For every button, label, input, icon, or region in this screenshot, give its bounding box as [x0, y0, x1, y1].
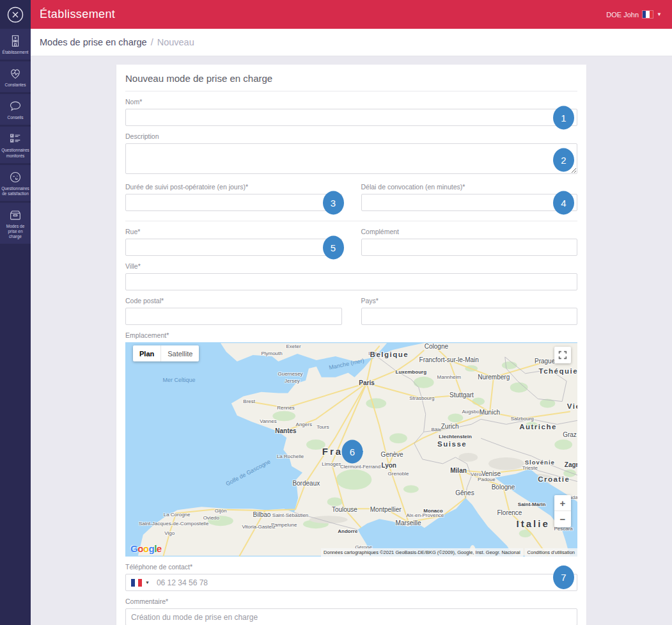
- map-label: Vannes: [260, 418, 277, 423]
- map-label: Autriche: [519, 423, 557, 431]
- close-button[interactable]: [0, 0, 31, 29]
- description-textarea[interactable]: [125, 143, 577, 174]
- drawer-icon: [8, 208, 22, 222]
- map-zoom-control: + −: [554, 495, 571, 527]
- map-label: Andorre: [338, 528, 357, 534]
- row-street: Rue* 5 Complément: [125, 228, 577, 256]
- building-icon: [8, 34, 22, 48]
- map-label: Oviedo: [203, 515, 219, 521]
- map-label: La Corogne: [164, 512, 191, 518]
- code-postal-label: Code postal*: [125, 297, 342, 305]
- map-label: Venise: [481, 470, 501, 477]
- sidebar-item-questionnaires-monitores[interactable]: Questionnaires monitorés: [0, 127, 31, 162]
- map-label: Suisse: [437, 440, 467, 448]
- map-label: Montpellier: [370, 505, 402, 512]
- map-plan-button[interactable]: Plan: [133, 345, 161, 361]
- map-label: Mannheim: [437, 374, 461, 379]
- map-label: Genève: [381, 450, 403, 457]
- map-label: Gijón: [215, 507, 227, 513]
- breadcrumb: Modes de prise en charge / Nouveau: [31, 29, 672, 56]
- ville-input[interactable]: [125, 273, 577, 290]
- nom-label: Nom*: [125, 98, 577, 106]
- map-label: Bâle: [431, 427, 441, 432]
- form-title: Nouveau mode de prise en charge: [125, 73, 577, 91]
- map-label: Bilbao: [253, 511, 271, 518]
- field-commentaire: Commentaire*: [125, 597, 577, 625]
- field-code-postal: Code postal*: [125, 297, 342, 325]
- form-card: Nouveau mode de prise en charge Nom* 1 D…: [116, 65, 586, 625]
- annotation-badge-5: 5: [323, 235, 344, 259]
- duree-input[interactable]: [125, 194, 342, 211]
- breadcrumb-section[interactable]: Modes de prise en charge: [40, 37, 147, 47]
- sidebar-item-label: Questionnaires de satisfaction: [1, 186, 29, 196]
- map-fullscreen-button[interactable]: [554, 347, 571, 363]
- map-label: Limoges: [322, 461, 341, 466]
- annotation-badge-1: 1: [553, 106, 574, 129]
- map-type-control: Plan Satellite: [133, 345, 199, 361]
- telephone-label: Téléphone de contact*: [125, 563, 577, 571]
- code-postal-input[interactable]: [125, 308, 342, 325]
- chevron-down-icon[interactable]: ▼: [145, 580, 150, 585]
- map-label: Guernesey: [277, 370, 302, 376]
- map[interactable]: ExeterPlymouthManche (mer)LilleBelgiqueC…: [125, 342, 577, 557]
- sidebar-item-questionnaires-satisfaction[interactable]: Questionnaires de satisfaction: [0, 165, 31, 201]
- sidebar-item-etablissement[interactable]: Établissement: [0, 29, 31, 59]
- sidebar-item-conseils[interactable]: Conseils: [0, 94, 31, 125]
- map-satellite-button[interactable]: Satellite: [161, 345, 199, 361]
- zoom-out-button[interactable]: −: [554, 511, 571, 527]
- zoom-in-button[interactable]: +: [554, 495, 571, 511]
- smiley-icon: [8, 170, 22, 184]
- map-label: Lyon: [381, 461, 396, 468]
- map-label: Cologne: [425, 343, 448, 350]
- map-label: Strasbourg: [409, 395, 434, 401]
- commentaire-input[interactable]: [125, 608, 577, 625]
- map-label: Pampelune: [271, 522, 297, 528]
- nom-input[interactable]: [125, 109, 577, 126]
- user-menu[interactable]: DOE John ▼: [606, 11, 662, 19]
- map-label: Belgique: [370, 351, 409, 358]
- map-label: Mer Celtique: [163, 377, 196, 383]
- page-title: Établissement: [40, 8, 115, 21]
- sidebar-item-constantes[interactable]: Constantes: [0, 61, 31, 92]
- sidebar-item-label: Modes de prise en charge: [1, 224, 29, 239]
- pays-input[interactable]: [361, 308, 578, 325]
- field-duree: Durée de suivi post-opératoire (en jours…: [125, 183, 342, 211]
- rue-label: Rue*: [125, 228, 342, 235]
- map-label: Exeter: [286, 344, 301, 349]
- map-attribution: Données cartographiques ©2021 GeoBasis-D…: [321, 548, 577, 557]
- row-postal: Code postal* Pays*: [125, 297, 577, 325]
- map-label: Munich: [480, 408, 500, 415]
- map-label: Stuttgart: [449, 392, 474, 399]
- map-label: Tchéquie: [538, 367, 577, 375]
- field-complement: Complément: [361, 228, 578, 256]
- french-flag-icon[interactable]: [131, 579, 142, 587]
- annotation-badge-4: 4: [553, 191, 574, 214]
- sidebar: Établissement Constantes Conseils Questi…: [0, 0, 31, 625]
- sidebar-item-modes-de-prise-en-charge[interactable]: Modes de prise en charge: [0, 203, 31, 244]
- fullscreen-icon: [558, 351, 567, 360]
- delai-input[interactable]: [361, 194, 578, 211]
- map-label: Aix-en-Provence: [406, 512, 444, 518]
- phone-input-box: ▼: [125, 574, 577, 591]
- map-label: Trieste: [522, 464, 538, 470]
- annotation-badge-7: 7: [553, 566, 574, 589]
- field-telephone: Téléphone de contact* ▼ 7: [125, 563, 577, 591]
- telephone-input[interactable]: [157, 578, 572, 587]
- annotation-badge-2: 2: [553, 148, 574, 172]
- map-label: La Rochelle: [277, 453, 304, 459]
- map-label: Padoue: [478, 477, 496, 482]
- french-flag-icon: [643, 11, 653, 18]
- complement-input[interactable]: [361, 239, 578, 256]
- topbar: Établissement DOE John ▼: [31, 0, 672, 29]
- rue-input[interactable]: [125, 239, 342, 256]
- speech-bubble-icon: [8, 99, 22, 113]
- map-label: Francfort-sur-le-Main: [419, 356, 479, 363]
- map-label: Clermont-Ferrand: [340, 463, 380, 469]
- annotation-badge-6: 6: [341, 439, 363, 463]
- terms-link[interactable]: Conditions d'utilisation: [525, 548, 577, 557]
- divider: [125, 221, 577, 221]
- map-label: Vigo: [164, 530, 175, 536]
- delai-label: Délai de convocation (en minutes)*: [361, 183, 578, 191]
- row-durations: Durée de suivi post-opératoire (en jours…: [125, 183, 577, 211]
- map-label: Jersey: [285, 377, 300, 383]
